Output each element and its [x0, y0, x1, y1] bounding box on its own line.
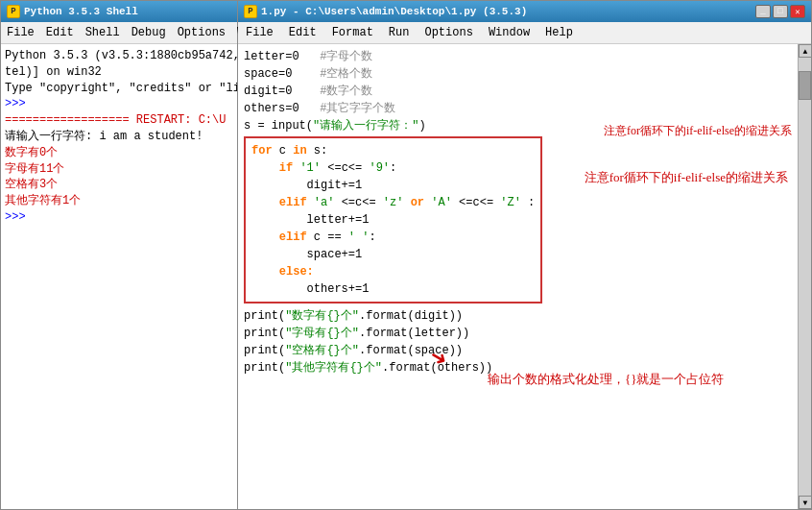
code-line-15: print("数字有{}个".format(digit)) [244, 307, 792, 325]
scroll-down-button[interactable]: ▼ [799, 496, 811, 509]
shell-line-restart: ================== RESTART: C:\U [5, 112, 233, 129]
window-controls: _ □ ✕ [755, 5, 805, 18]
minimize-button[interactable]: _ [755, 5, 771, 18]
editor-menu-file[interactable]: File [238, 24, 281, 41]
main-container: P Python 3.5.3 Shell File Edit Shell Deb… [0, 0, 812, 510]
editor-menu-run[interactable]: Run [381, 24, 418, 41]
annotation-for-loop: 注意for循环下的if-elif-else的缩进关系 [604, 123, 792, 139]
editor-title-bar: P 1.py - C:\Users\admin\Desktop\1.py (3.… [238, 1, 811, 22]
shell-menu-options[interactable]: Options [172, 24, 231, 41]
close-button[interactable]: ✕ [790, 5, 805, 18]
code-line-7: if '1' <=c<= '9': [251, 159, 535, 177]
shell-line-prompt2: >>> [5, 209, 233, 226]
shell-title-bar: P Python 3.5.3 Shell [1, 1, 237, 22]
editor-window: P 1.py - C:\Users\admin\Desktop\1.py (3.… [238, 0, 812, 510]
shell-menu-shell[interactable]: Shell [80, 24, 126, 41]
vertical-scrollbar[interactable]: ▲ ▼ [798, 44, 811, 509]
code-print-section: print("数字有{}个".format(digit)) print("字母有… [244, 307, 792, 376]
code-line-8: digit+=1 [251, 177, 535, 194]
code-line-12: space+=1 [251, 246, 535, 263]
code-line-4: others=0 #其它字字个数 [244, 100, 792, 117]
editor-main-area: letter=0 #字母个数 space=0 #空格个数 digit=0 #数字… [238, 44, 811, 509]
shell-line-digit: 数字有0个 [5, 145, 233, 161]
shell-menu-debug[interactable]: Debug [126, 24, 172, 41]
shell-line-letter: 字母有11个 [5, 161, 233, 178]
code-line-11: elif c == ' ': [251, 229, 535, 246]
code-line-16: print("字母有{}个".format(letter)) [244, 325, 792, 342]
code-line-6: for c in s: [251, 142, 535, 159]
shell-line-3: Type "copyright", "credits" or "li [5, 81, 233, 97]
shell-output-area: Python 3.5.3 (v3.5.3:1880cb95a742, tel)]… [1, 44, 237, 509]
python-shell-window: P Python 3.5.3 Shell File Edit Shell Deb… [0, 0, 238, 510]
code-line-2: space=0 #空格个数 [244, 65, 792, 83]
maximize-button[interactable]: □ [773, 5, 788, 18]
annotation-2: 输出个数的格式化处理，{}就是一个占位符 [488, 371, 724, 388]
editor-menu-help[interactable]: Help [537, 24, 581, 41]
editor-icon: P [244, 5, 257, 18]
code-line-13: else: [251, 263, 535, 280]
editor-menu-options[interactable]: Options [417, 24, 480, 41]
shell-line-2: tel)] on win32 [5, 64, 233, 81]
shell-line-space: 空格有3个 [5, 177, 233, 193]
code-editor[interactable]: letter=0 #字母个数 space=0 #空格个数 digit=0 #数字… [238, 44, 798, 509]
code-line-17: print("空格有{}个".format(space)) [244, 342, 792, 359]
shell-line-other: 其他字符有1个 [5, 193, 233, 209]
editor-title-left: P 1.py - C:\Users\admin\Desktop\1.py (3.… [244, 5, 527, 18]
shell-line-input: 请输入一行字符: i am a student! [5, 129, 233, 145]
editor-menu-edit[interactable]: Edit [281, 24, 324, 41]
code-line-1: letter=0 #字母个数 [244, 48, 792, 65]
code-line-10: letter+=1 [251, 211, 535, 229]
scroll-up-button[interactable]: ▲ [799, 44, 811, 58]
code-box: for c in s: if '1' <=c<= '9': digit+=1 e… [244, 136, 542, 304]
scroll-thumb[interactable] [799, 71, 811, 100]
python-icon: P [7, 5, 20, 18]
shell-window-title: Python 3.5.3 Shell [24, 6, 138, 17]
shell-menu-edit[interactable]: Edit [40, 24, 80, 41]
shell-menu-file[interactable]: File [1, 24, 40, 41]
editor-menu-format[interactable]: Format [324, 24, 381, 41]
shell-line-1: Python 3.5.3 (v3.5.3:1880cb95a742, [5, 48, 233, 64]
editor-menu-window[interactable]: Window [481, 24, 537, 41]
code-line-9: elif 'a' <=c<= 'z' or 'A' <=c<= 'Z' : [251, 194, 535, 211]
editor-window-title: 1.py - C:\Users\admin\Desktop\1.py (3.5.… [261, 6, 527, 17]
shell-line-prompt1: >>> [5, 96, 233, 112]
code-line-3: digit=0 #数字个数 [244, 83, 792, 100]
annotation-1: 注意for循环下的if-elif-else的缩进关系 [585, 169, 788, 186]
shell-menu-bar: File Edit Shell Debug Options W... [1, 22, 237, 44]
editor-menu-bar: File Edit Format Run Options Window Help [238, 22, 811, 44]
code-line-14: others+=1 [251, 280, 535, 298]
